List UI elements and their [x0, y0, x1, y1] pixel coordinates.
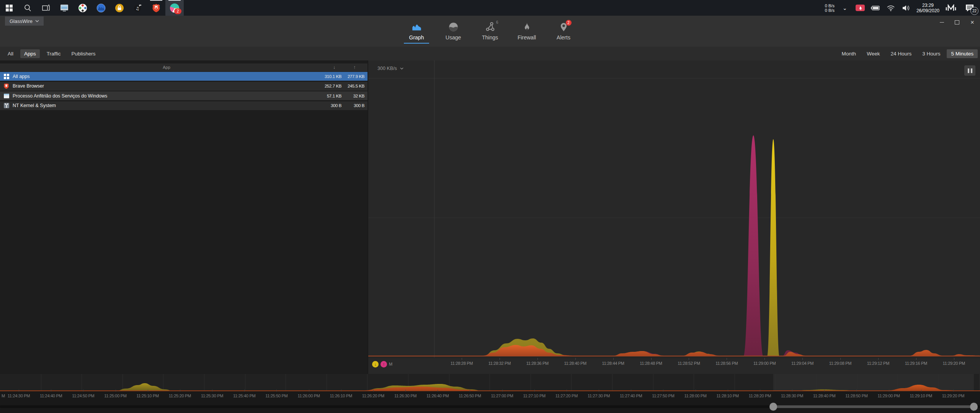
timeline-label: 11:27:00 PM [491, 393, 513, 398]
app-header: GlassWire GraphUsage6ThingsFirewall2Aler… [0, 16, 980, 47]
column-header-download[interactable]: ↓ [323, 63, 346, 72]
app-upload-value: 300 B [341, 103, 364, 108]
filter-tab-traffic[interactable]: Traffic [43, 49, 65, 58]
slider-left-handle[interactable] [769, 403, 777, 411]
tab-label: Firewall [518, 34, 536, 41]
range-tab-3-hours[interactable]: 3 Hours [918, 49, 944, 58]
minimize-button[interactable] [934, 16, 949, 29]
svg-text:♫: ♫ [136, 6, 139, 11]
tab-alerts[interactable]: 2Alerts [551, 22, 576, 44]
tab-usage[interactable]: Usage [441, 22, 466, 44]
battery-icon[interactable] [871, 0, 880, 16]
timeline-strip: M 11:24:30 PM11:24:40 PM11:24:50 PM11:25… [0, 374, 980, 413]
range-tab-week[interactable]: Week [862, 49, 884, 58]
apps-panel: App ↓ ↑ All apps310.1 KB277.9 KBBrave Br… [0, 60, 368, 374]
toolbar-row: AllAppsTrafficPublishers MonthWeek24 Hou… [0, 47, 980, 61]
tab-label: Usage [446, 34, 461, 41]
timeline-tick [116, 390, 116, 392]
table-header: App ↓ ↑ [0, 63, 368, 72]
timeline-label: 11:25:10 PM [137, 393, 159, 398]
diamond-app-icon [78, 3, 87, 13]
timeline-tick [696, 390, 696, 392]
range-tab-month[interactable]: Month [838, 49, 861, 58]
upload-series [368, 135, 980, 356]
action-center-icon[interactable]: 22 [963, 0, 976, 16]
partial-axis-label: M [389, 362, 392, 366]
tab-graph[interactable]: Graph [404, 22, 429, 44]
upload-legend-icon[interactable]: ↑ [381, 361, 387, 367]
filter-tab-publishers[interactable]: Publishers [68, 49, 100, 58]
taskbar-app-password-lock[interactable] [110, 0, 129, 16]
system-process-icon [3, 102, 10, 109]
tray-remote-icon[interactable] [855, 0, 865, 16]
tray-clock[interactable]: 23:29 26/09/2020 [916, 3, 939, 13]
axis-label: 11:28:40 PM [564, 361, 586, 366]
filter-tab-apps[interactable]: Apps [20, 49, 40, 58]
timeline-label: 11:26:00 PM [297, 393, 320, 398]
taskbar-app-music[interactable]: ♫ [129, 0, 147, 16]
maximize-button[interactable] [949, 16, 965, 29]
traffic-graph[interactable] [368, 60, 980, 358]
tab-things[interactable]: 6Things [477, 22, 503, 44]
taskbar-app-glasswire[interactable]: 2 [165, 0, 184, 16]
taskbar-apps: ♫ 2 [0, 0, 184, 16]
table-row[interactable]: NT Kernel & System300 B300 B [0, 101, 368, 110]
screen: ♫ 2 0 B/s 0 B/s [0, 0, 980, 413]
system-tray: 0 B/s 0 B/s ⌄ [825, 0, 980, 16]
axis-tick [613, 358, 614, 360]
column-header-app[interactable]: App [0, 63, 333, 72]
tab-firewall[interactable]: Firewall [514, 22, 539, 44]
timeline-label: 11:26:30 PM [394, 393, 416, 398]
brave-browser-icon [3, 83, 9, 89]
filter-tab-all[interactable]: All [4, 49, 17, 58]
pause-graph-button[interactable] [964, 65, 975, 76]
tray-network-speeds[interactable]: 0 B/s 0 B/s [825, 3, 835, 13]
timeline-tick [148, 390, 148, 392]
things-count: 6 [496, 20, 498, 24]
timeline-label: 11:27:30 PM [588, 393, 610, 398]
axis-label: 11:28:36 PM [526, 361, 549, 366]
windows-process-icon [3, 93, 10, 99]
timeline-label: 11:26:40 PM [426, 393, 449, 398]
close-button[interactable]: ✕ [965, 16, 980, 29]
windows-logo-icon [6, 5, 13, 11]
table-row[interactable]: All apps310.1 KB277.9 KB [0, 72, 368, 81]
start-button[interactable] [0, 0, 18, 16]
brave-icon [152, 3, 160, 13]
taskbar-app-brave[interactable] [147, 0, 165, 16]
column-header-upload[interactable]: ↑ [343, 63, 366, 72]
volume-icon[interactable] [901, 0, 911, 16]
table-row[interactable]: Brave Browser252.7 KB245.5 KB [0, 82, 368, 91]
wifi-icon[interactable] [886, 0, 896, 16]
search-button[interactable] [18, 0, 37, 16]
task-view-button[interactable] [37, 0, 55, 16]
taskbar-app-diamond[interactable] [74, 0, 92, 16]
axis-label: 11:29:08 PM [829, 361, 851, 366]
graph-scale-selector[interactable]: 300 KB/s [377, 66, 403, 71]
slider-selected-range[interactable] [773, 405, 974, 408]
timeline-label: 11:24:40 PM [40, 393, 62, 398]
timeline-label: 11:27:20 PM [555, 393, 578, 398]
timeline-axis: M 11:24:30 PM11:24:40 PM11:24:50 PM11:25… [0, 391, 980, 400]
tray-overflow-chevron[interactable]: ⌄ [840, 0, 850, 16]
timeline-partial-label: M [2, 393, 5, 398]
timeline-tick [502, 390, 503, 392]
timeline-label: 11:29:10 PM [910, 393, 932, 398]
timeline-label: 11:26:10 PM [330, 393, 352, 398]
taskbar-app-remote-desktop[interactable] [55, 0, 74, 16]
table-row[interactable]: Processo Anfitrião dos Serviços do Windo… [0, 91, 368, 100]
download-legend-icon[interactable]: ↓ [372, 361, 379, 367]
range-tab-5-minutes[interactable]: 5 Minutes [947, 49, 978, 58]
axis-label: 11:29:16 PM [905, 361, 927, 366]
timeline-label: 11:28:10 PM [717, 393, 739, 398]
alerts-badge: 2 [566, 20, 572, 26]
app-upload-value: 277.9 KB [341, 74, 364, 79]
slider-right-handle[interactable] [970, 403, 978, 411]
axis-tick [500, 358, 500, 360]
timeline-minimap[interactable] [0, 374, 980, 391]
range-tab-24-hours[interactable]: 24 Hours [886, 49, 916, 58]
taskbar-app-nordvpn[interactable] [92, 0, 110, 16]
timeline-label: 11:28:20 PM [749, 393, 771, 398]
glasswire-tray-icon[interactable] [945, 0, 958, 16]
app-download-value: 310.1 KB [318, 74, 341, 79]
